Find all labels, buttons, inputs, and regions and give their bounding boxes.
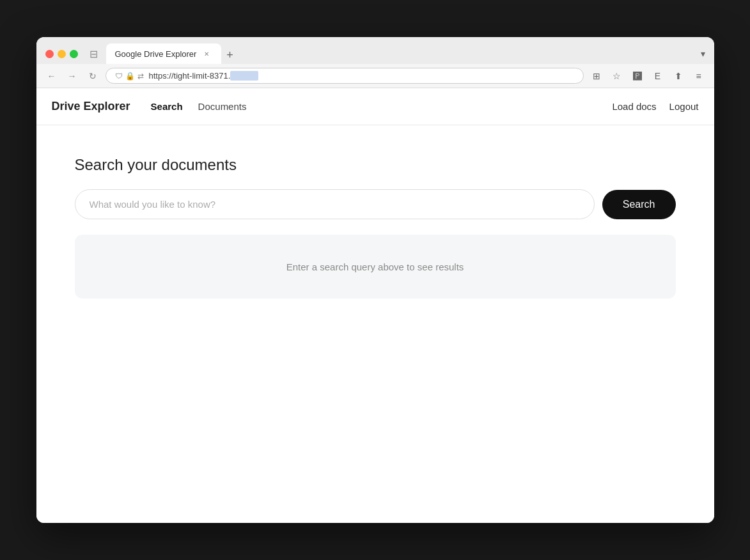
address-bar[interactable]: 🛡 🔒 ⇄ https://tight-limit-8371. — [105, 68, 584, 84]
title-bar: ⊟ Google Drive Explorer ✕ + ▾ — [36, 37, 714, 64]
forward-button[interactable]: → — [65, 68, 80, 84]
tabs-row: Google Drive Explorer ✕ + ▾ — [106, 43, 705, 64]
close-button[interactable] — [45, 50, 54, 58]
main-content: Search your documents Search Enter a sea… — [36, 125, 714, 523]
tab-chevron[interactable]: ▾ — [701, 49, 705, 64]
app-title: Drive Explorer — [52, 100, 130, 113]
page-title: Search your documents — [75, 156, 676, 174]
nav-link-documents[interactable]: Documents — [198, 98, 247, 114]
share-icon: ⇄ — [137, 72, 144, 81]
tab-close-button[interactable]: ✕ — [201, 49, 212, 59]
load-docs-button[interactable]: Load docs — [612, 101, 656, 112]
logout-button[interactable]: Logout — [669, 101, 699, 112]
search-button[interactable]: Search — [602, 190, 676, 219]
search-row: Search — [75, 189, 676, 219]
window-icon: ⊟ — [88, 48, 100, 59]
reload-button[interactable]: ↻ — [85, 68, 100, 84]
address-bar-icons: 🛡 🔒 ⇄ — [115, 72, 144, 81]
minimize-button[interactable] — [58, 50, 66, 58]
menu-icon[interactable]: ≡ — [691, 68, 707, 84]
browser-window: ⊟ Google Drive Explorer ✕ + ▾ ← → ↻ 🛡 🔒 … — [36, 37, 714, 523]
star-icon[interactable]: ☆ — [609, 68, 625, 84]
nav-actions: Load docs Logout — [612, 101, 698, 112]
profile-icon[interactable]: E — [650, 68, 666, 84]
nav-links: Search Documents — [151, 98, 592, 114]
back-button[interactable]: ← — [44, 68, 59, 84]
shield-icon: 🛡 — [115, 72, 123, 81]
url-text: https://tight-limit-8371. — [149, 71, 574, 81]
traffic-lights — [45, 50, 78, 58]
tab-title: Google Drive Explorer — [115, 49, 197, 59]
maximize-button[interactable] — [70, 50, 78, 58]
app-nav: Drive Explorer Search Documents Load doc… — [36, 88, 714, 125]
active-tab[interactable]: Google Drive Explorer ✕ — [106, 43, 221, 64]
results-area: Enter a search query above to see result… — [75, 235, 676, 299]
address-bar-row: ← → ↻ 🛡 🔒 ⇄ https://tight-limit-8371. ⊞ … — [36, 64, 714, 88]
upload-icon[interactable]: ⬆ — [671, 68, 686, 84]
nav-link-search[interactable]: Search — [151, 98, 183, 114]
search-input[interactable] — [90, 199, 580, 210]
lock-icon: 🔒 — [125, 72, 135, 81]
new-tab-button[interactable]: + — [221, 46, 239, 64]
search-input-wrapper — [75, 189, 595, 219]
grid-icon[interactable]: ⊞ — [589, 68, 604, 84]
toolbar-right: ⊞ ☆ 🅿 E ⬆ ≡ — [589, 68, 707, 84]
app-content: Drive Explorer Search Documents Load doc… — [36, 88, 714, 523]
pocket-icon[interactable]: 🅿 — [630, 68, 645, 84]
results-placeholder: Enter a search query above to see result… — [286, 261, 464, 272]
